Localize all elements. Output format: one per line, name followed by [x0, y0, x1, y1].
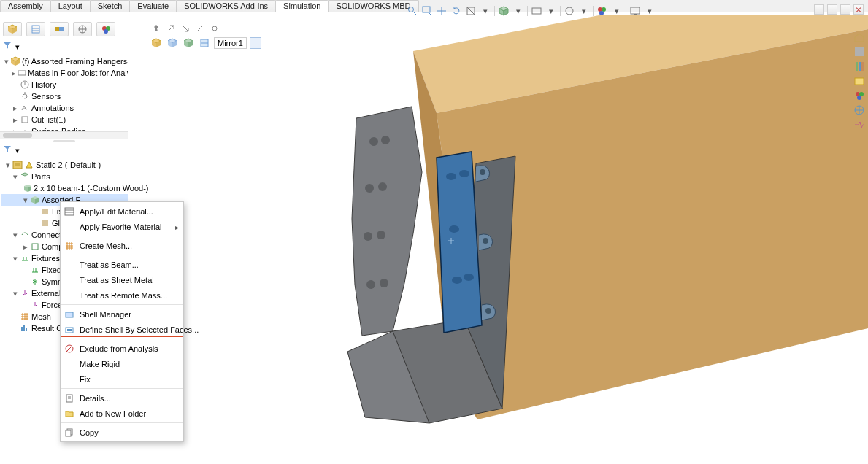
dropdown-icon[interactable]: ▾ [578, 5, 590, 17]
tab-assembly[interactable]: Assembly [0, 0, 51, 12]
tree-scrollbar[interactable] [0, 131, 128, 139]
home-icon[interactable] [852, 31, 867, 44]
pin-icon[interactable] [150, 22, 163, 35]
close-button[interactable] [853, 4, 864, 15]
mesh-label[interactable]: Mesh [31, 312, 51, 321]
custom-props-icon[interactable] [852, 118, 867, 131]
minimize-button[interactable] [814, 4, 824, 15]
breadcrumb-end[interactable] [250, 37, 261, 49]
render-tools-icon[interactable] [629, 5, 641, 17]
resources-icon[interactable] [852, 45, 867, 58]
graphics-viewport[interactable] [128, 15, 868, 464]
ctx-make-rigid[interactable]: Make Rigid [61, 356, 183, 371]
ctx-treat-as-sheet-metal[interactable]: Treat as Sheet Metal [61, 272, 183, 287]
ctx-treat-as-remote-mass[interactable]: Treat as Remote Mass... [61, 287, 183, 303]
tree-item[interactable]: History [31, 80, 56, 89]
ctx-exclude-from-analysis[interactable]: Exclude from Analysis [61, 341, 183, 356]
design-tree[interactable]: ▾ (f) Assorted Framing Hangers-Std . ^ ▸… [0, 54, 128, 131]
tab-evaluate[interactable]: Evaluate [129, 0, 177, 12]
tree-item[interactable]: 2 x 10 beam-1 (-Custom Wood-) [34, 184, 149, 193]
tab-layout[interactable]: Layout [50, 0, 91, 12]
tree-item[interactable]: Cut list(1) [31, 115, 66, 124]
tab-mbd[interactable]: SOLIDWORKS MBD [328, 0, 418, 12]
arrow-icon[interactable] [164, 22, 177, 35]
display-mode-icon[interactable] [531, 5, 542, 17]
pan-icon[interactable] [436, 5, 448, 17]
rotate-icon[interactable] [450, 5, 462, 17]
warning-icon [24, 160, 34, 170]
ctx-copy[interactable]: Copy [61, 425, 183, 440]
tree-item[interactable]: Sensors [31, 92, 61, 101]
feature-manager-tab[interactable] [3, 22, 22, 36]
parts-icon [20, 171, 30, 182]
tree-item[interactable]: Annotations [31, 104, 74, 112]
library-icon[interactable] [852, 60, 867, 73]
breadcrumb-feature[interactable]: Mirror1 [214, 37, 247, 49]
restore-button[interactable] [827, 4, 837, 15]
property-manager-tab[interactable] [26, 22, 45, 36]
svg-point-10 [566, 7, 573, 15]
display-manager-tab[interactable] [96, 22, 115, 36]
svg-rect-15 [634, 14, 637, 15]
body-crumb-icon[interactable] [182, 36, 195, 50]
config-manager-tab[interactable] [50, 22, 69, 36]
ctx-apply-favorite-material[interactable]: Apply Favorite Material [61, 219, 183, 234]
study-icon [12, 160, 23, 170]
view-cube-icon[interactable] [498, 5, 510, 17]
dropdown-icon[interactable]: ▾ [545, 5, 557, 17]
view-palette-icon[interactable] [852, 89, 867, 102]
annotations-icon [20, 103, 30, 113]
ctx-define-shell-by-faces[interactable]: Define Shell By Selected Faces... [61, 322, 183, 337]
tab-simulation[interactable]: Simulation [275, 0, 329, 12]
tab-addins[interactable]: SOLIDWORKS Add-Ins [176, 0, 276, 12]
svg-point-13 [599, 11, 604, 15]
dimxpert-tab[interactable] [73, 22, 92, 36]
ctx-fix[interactable]: Fix [61, 371, 183, 387]
fixtures-label[interactable]: Fixtures [31, 254, 60, 263]
appearances-icon[interactable] [852, 104, 867, 117]
svg-rect-14 [631, 7, 640, 14]
section-icon[interactable] [465, 5, 477, 17]
svg-point-44 [378, 182, 387, 191]
svg-point-55 [449, 225, 459, 233]
ctx-details[interactable]: Details... [61, 390, 183, 406]
tree-item[interactable]: Mates in Floor Joist for Analysi [28, 69, 128, 77]
maximize-button[interactable] [840, 4, 850, 15]
svg-rect-104 [66, 312, 73, 317]
dropdown-icon[interactable]: ▾ [644, 5, 656, 17]
scene-icon[interactable] [564, 5, 575, 17]
copy-icon [64, 427, 75, 438]
ctx-add-to-new-folder[interactable]: Add to New Folder [61, 406, 183, 421]
appearance-icon[interactable] [596, 5, 608, 17]
ctx-shell-manager[interactable]: Shell Manager [61, 306, 183, 322]
ctx-apply-edit-material[interactable]: Apply/Edit Material... [61, 204, 183, 219]
probe-icon[interactable] [208, 22, 221, 35]
dropdown-icon[interactable]: ▾ [611, 5, 623, 17]
filter-icon[interactable] [3, 41, 13, 51]
filter-icon[interactable] [3, 144, 13, 155]
zoom-fit-icon[interactable] [407, 5, 418, 17]
ctx-treat-as-beam[interactable]: Treat as Beam... [61, 257, 183, 272]
svg-point-23 [857, 96, 861, 100]
feature-crumb-icon[interactable] [198, 36, 211, 50]
svg-point-12 [602, 7, 606, 12]
zoom-area-icon[interactable] [421, 5, 433, 17]
tab-sketch[interactable]: Sketch [90, 0, 131, 12]
parts-label[interactable]: Parts [31, 172, 50, 181]
part-crumb-icon[interactable] [150, 36, 163, 50]
svg-point-47 [366, 280, 375, 289]
solid-body-icon [40, 218, 50, 228]
arrow2-icon[interactable] [179, 22, 192, 35]
history-icon [20, 80, 30, 90]
study-label[interactable]: Static 2 (-Default-) [36, 161, 101, 169]
dropdown-icon[interactable]: ▾ [512, 5, 524, 17]
svg-rect-18 [859, 62, 861, 71]
svg-rect-17 [856, 62, 858, 71]
display-style-icon[interactable]: ▾ [480, 5, 491, 17]
assembly-crumb-icon[interactable] [166, 36, 179, 50]
file-explorer-icon[interactable] [852, 74, 867, 88]
svg-line-3 [429, 12, 431, 15]
ctx-create-mesh[interactable]: Create Mesh... [61, 238, 183, 253]
svg-point-0 [409, 7, 414, 12]
measure-icon[interactable] [193, 22, 207, 35]
